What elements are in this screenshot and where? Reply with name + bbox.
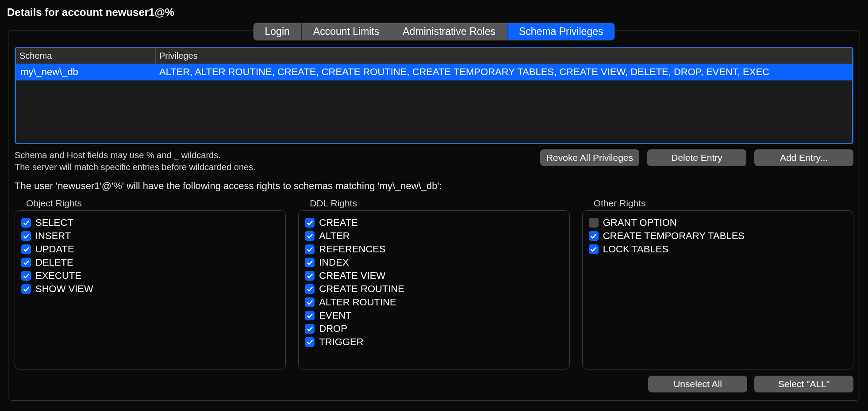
tab-account-limits[interactable]: Account Limits [302,23,392,40]
checkbox-label: TRIGGER [319,336,363,348]
checkbox[interactable] [21,258,31,267]
page-title: Details for account newuser1@% [0,0,868,19]
hint-line: Schema and Host fields may use % and _ w… [15,149,531,161]
ddl-right-item: CREATE ROUTINE [305,282,563,296]
select-all-button[interactable]: Select "ALL" [754,376,853,392]
checkbox[interactable] [305,244,315,254]
schema-table-header: Schema Privileges [16,48,852,64]
unselect-all-button[interactable]: Unselect All [648,376,747,392]
other-right-item: GRANT OPTION [589,216,847,229]
select-button-row: Unselect All Select "ALL" [15,376,853,392]
privileges-cell: ALTER, ALTER ROUTINE, CREATE, CREATE ROU… [156,64,852,80]
ddl-right-item: DROP [305,322,563,335]
ddl-right-item: ALTER ROUTINE [305,296,563,309]
ddl-right-item: CREATE VIEW [305,269,563,282]
checkbox[interactable] [305,324,315,334]
checkbox-label: DROP [319,323,347,335]
ddl-right-item: ALTER [305,229,563,243]
checkbox-label: LOCK TABLES [603,244,668,255]
tab-bar: LoginAccount LimitsAdministrative RolesS… [253,23,615,41]
checkbox-label: GRANT OPTION [603,217,677,228]
delete-entry-button[interactable]: Delete Entry [647,149,746,166]
checkbox[interactable] [21,284,31,294]
object-rights-title: Object Rights [26,198,286,209]
checkbox-label: UPDATE [35,244,74,255]
object-right-item: INSERT [21,229,279,243]
object-right-item: EXECUTE [21,269,279,282]
checkbox[interactable] [305,218,315,228]
rights-groups: Object Rights SELECTINSERTUPDATEDELETEEX… [15,198,853,369]
checkbox[interactable] [305,258,315,267]
checkbox-label: CREATE ROUTINE [319,283,404,295]
ddl-right-item: CREATE [305,216,563,229]
ddl-rights-title: DDL Rights [310,198,569,209]
checkbox-label: ALTER ROUTINE [319,297,396,308]
checkbox-label: EVENT [319,310,351,321]
checkbox[interactable] [21,231,31,241]
object-right-item: DELETE [21,256,279,269]
object-right-item: SELECT [21,216,279,229]
ddl-rights-box: CREATEALTERREFERENCESINDEXCREATE VIEWCRE… [298,210,569,369]
ddl-right-item: REFERENCES [305,243,563,256]
checkbox-label: SELECT [35,217,73,228]
checkbox[interactable] [305,311,315,320]
object-rights-box: SELECTINSERTUPDATEDELETEEXECUTESHOW VIEW [15,210,286,369]
revoke-all-button[interactable]: Revoke All Privileges [540,149,639,166]
checkbox-label: REFERENCES [319,244,385,255]
object-right-item: SHOW VIEW [21,282,279,296]
checkbox-label: INDEX [319,257,349,268]
checkbox[interactable] [305,337,315,347]
checkbox-label: CREATE VIEW [319,270,385,282]
checkbox[interactable] [589,231,599,241]
checkbox[interactable] [305,271,315,281]
other-rights-title: Other Rights [594,198,853,209]
checkbox[interactable] [21,244,31,254]
col-header-schema: Schema [16,48,156,64]
ddl-right-item: TRIGGER [305,335,563,349]
checkbox-label: INSERT [35,230,71,242]
checkbox[interactable] [305,231,315,241]
checkbox-label: CREATE TEMPORARY TABLES [603,230,745,242]
checkbox[interactable] [305,297,315,307]
checkbox[interactable] [21,218,31,228]
hint-line: The server will match specific entries b… [15,161,531,173]
checkbox-label: ALTER [319,230,350,242]
tab-administrative-roles[interactable]: Administrative Roles [391,23,507,40]
wildcard-hint: Schema and Host fields may use % and _ w… [15,149,531,173]
ddl-right-item: INDEX [305,256,563,269]
checkbox[interactable] [589,244,599,254]
checkbox-label: SHOW VIEW [35,283,93,295]
checkbox[interactable] [589,218,599,228]
checkbox[interactable] [21,271,31,281]
schema-privileges-panel: LoginAccount LimitsAdministrative RolesS… [8,30,860,401]
col-header-privileges: Privileges [156,48,852,64]
checkbox-label: CREATE [319,217,358,228]
other-right-item: CREATE TEMPORARY TABLES [589,229,847,243]
other-rights-box: GRANT OPTIONCREATE TEMPORARY TABLESLOCK … [582,210,853,369]
entry-button-row: Revoke All Privileges Delete Entry Add E… [540,149,853,166]
checkbox-label: EXECUTE [35,270,81,282]
table-row[interactable]: my\_new\_dbALTER, ALTER ROUTINE, CREATE,… [16,64,852,80]
object-right-item: UPDATE [21,243,279,256]
checkbox[interactable] [305,284,315,294]
schema-table[interactable]: Schema Privileges my\_new\_dbALTER, ALTE… [15,47,853,144]
schema-cell: my\_new\_db [16,64,156,80]
tab-login[interactable]: Login [253,23,302,40]
ddl-right-item: EVENT [305,309,563,322]
tab-schema-privileges[interactable]: Schema Privileges [507,23,615,40]
checkbox-label: DELETE [35,257,73,268]
access-rights-description: The user 'newuser1'@'%' will have the fo… [15,180,853,192]
add-entry-button[interactable]: Add Entry... [754,149,853,166]
other-right-item: LOCK TABLES [589,243,847,256]
